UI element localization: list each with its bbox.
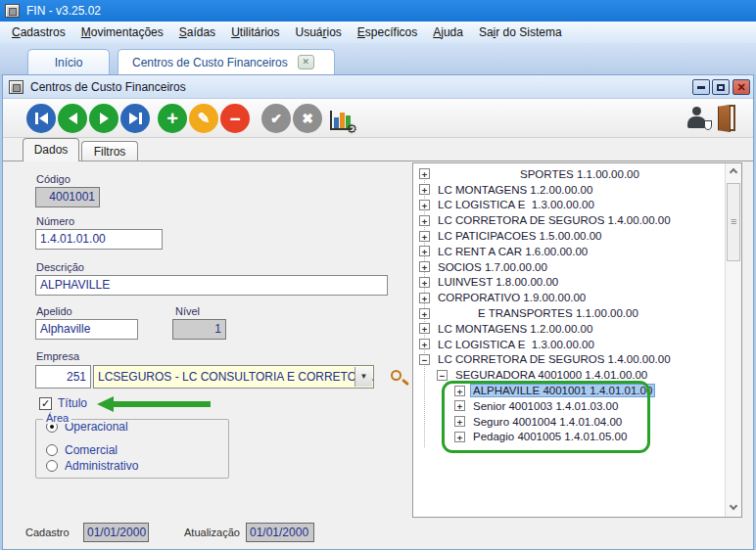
application-window: FIN - v3.25.02 Cadastros Movimentações S… — [0, 0, 756, 550]
titulo-checkbox-row[interactable]: ✓ Título — [39, 396, 87, 410]
area-option-label: Comercial — [65, 443, 118, 457]
tree-expand-icon[interactable]: + — [419, 184, 430, 195]
menu-item[interactable]: Sair do Sistema — [471, 23, 570, 41]
add-button[interactable]: + — [158, 104, 187, 133]
tab-centros-de-custo[interactable]: Centros de Custo Financeiros ✕ — [118, 49, 335, 74]
area-radio-option[interactable]: Comercial — [46, 443, 118, 457]
tree-item[interactable]: + CORPORATIVO 1.9.00.00.00 — [413, 290, 723, 305]
last-record-button[interactable] — [120, 104, 150, 133]
tree-item-label: LC RENT A CAR 1.6.00.00.00 — [436, 246, 590, 257]
numero-input[interactable]: 1.4.01.01.00 — [35, 229, 163, 250]
tree-item[interactable]: + Seguro 4001004 1.4.01.04.00 — [413, 414, 723, 430]
tree-item-label: LC MONTAGENS 1.2.00.00.00 — [436, 184, 594, 196]
area-radio-option[interactable]: Administrativo — [46, 459, 138, 473]
title-bar: FIN - v3.25.02 — [0, 0, 756, 22]
area-option-label: Administrativo — [65, 459, 138, 473]
tree-item[interactable]: − LC CORRETORA DE SEGUROS 1.4.00.00.00 — [413, 352, 723, 368]
tree-expand-icon[interactable]: + — [419, 308, 430, 319]
tree-expand-icon[interactable]: + — [419, 277, 430, 288]
minimize-button[interactable] — [692, 79, 710, 95]
tree-expand-icon[interactable]: + — [454, 432, 465, 442]
tree-expand-icon[interactable]: + — [419, 339, 430, 349]
tree-item[interactable]: + LC MONTAGENS 1.2.00.00.00 — [413, 182, 723, 198]
menu-item[interactable]: Saídas — [171, 23, 223, 41]
tree-expand-icon[interactable]: + — [419, 168, 430, 179]
menu-item[interactable]: Usuários — [287, 23, 349, 41]
tree-item[interactable]: + SPORTES 1.1.00.00.00 — [413, 166, 723, 182]
empresa-code-input[interactable]: 251 — [35, 365, 91, 389]
chevron-down-icon — [730, 502, 737, 510]
tree-item-label: E TRANSPORTES 1.1.00.00.00 — [476, 307, 640, 319]
first-record-button[interactable] — [26, 104, 56, 133]
tree-item[interactable]: + ALPHAVILLE 4001001 1.4.01.01.00 — [413, 383, 723, 398]
area-option-label: Operacional — [65, 420, 128, 434]
tree-item[interactable]: + LC RENT A CAR 1.6.00.00.00 — [413, 244, 723, 259]
tab-filtros[interactable]: Filtros — [81, 141, 138, 161]
edit-button[interactable]: ✎ — [189, 104, 218, 133]
menu-item[interactable]: Específicos — [350, 23, 425, 41]
confirm-button[interactable]: ✔ — [261, 104, 291, 133]
search-icon[interactable] — [389, 369, 410, 389]
tree-expand-icon[interactable]: − — [419, 354, 430, 365]
chart-report-button[interactable]: ⚙ — [328, 106, 355, 133]
tree-expand-icon[interactable]: + — [419, 246, 430, 256]
tree-expand-icon[interactable]: + — [419, 261, 430, 272]
menu-item[interactable]: Utilitários — [223, 23, 287, 41]
tree-item-label: Senior 4001003 1.4.01.03.00 — [471, 400, 620, 412]
radio-icon[interactable] — [46, 444, 58, 456]
apelido-input[interactable]: Alphaville — [35, 319, 138, 340]
menu-item[interactable]: Movimentações — [73, 23, 171, 41]
empresa-combobox[interactable]: LCSEGUROS - LC CONSULTORIA E CORRETORA D… — [93, 365, 374, 389]
tree-expand-icon[interactable]: + — [419, 200, 430, 210]
tree-expand-icon[interactable]: + — [454, 400, 465, 411]
tree-item[interactable]: + LC CORRETORA DE SEGUROS 1.4.00.00.00 — [413, 212, 723, 228]
tree-item-label: SEGURADORA 4001000 1.4.01.00.00 — [453, 369, 649, 381]
checkmark-icon: ✔ — [270, 111, 282, 126]
tree-item[interactable]: + Senior 4001003 1.4.01.03.00 — [413, 398, 723, 414]
tree-expand-icon[interactable]: + — [454, 416, 465, 427]
tree-item[interactable]: + Pedagio 4001005 1.4.01.05.00 — [413, 430, 723, 445]
tree-item[interactable]: + LC PATICIPACOES 1.5.00.00.00 — [413, 228, 723, 244]
radio-icon[interactable] — [46, 460, 58, 472]
tree-item[interactable]: + LUINVEST 1.8.00.00.00 — [413, 275, 723, 291]
tree-expand-icon[interactable]: + — [454, 386, 465, 396]
tree-expand-icon[interactable]: + — [419, 215, 430, 226]
tree-expand-icon[interactable]: + — [419, 231, 430, 242]
maximize-button[interactable] — [712, 79, 730, 95]
tab-dados[interactable]: Dados — [23, 138, 79, 161]
scroll-up-icon[interactable] — [726, 163, 742, 180]
cadastro-label: Cadastro — [25, 527, 70, 538]
descricao-input[interactable]: ALPHAVILLE — [35, 275, 388, 296]
menu-item[interactable]: Cadastros — [4, 23, 73, 41]
close-button[interactable]: ✕ — [732, 79, 750, 95]
cancel-button[interactable]: ✖ — [293, 104, 322, 133]
minimize-icon — [697, 86, 705, 89]
tree-item[interactable]: + LC LOGISTICA E 1.3.00.00.00 — [413, 198, 723, 213]
tree-expand-icon[interactable]: − — [437, 370, 448, 381]
titulo-checkbox[interactable]: ✓ — [39, 397, 52, 410]
tree-item-label: LC LOGISTICA E 1.3.00.00.00 — [436, 339, 596, 350]
next-record-button[interactable] — [89, 104, 118, 133]
delete-button[interactable]: − — [220, 104, 250, 133]
tree-item[interactable]: + LC LOGISTICA E 1.3.00.00.00 — [413, 337, 723, 352]
scrollbar-thumb[interactable] — [727, 183, 740, 261]
tree-expand-icon[interactable]: + — [419, 293, 430, 303]
exit-button[interactable] — [718, 105, 737, 132]
tree-item[interactable]: + E TRANSPORTES 1.1.00.00.00 — [413, 305, 723, 321]
tab-inicio[interactable]: Início — [27, 49, 110, 74]
previous-record-button[interactable] — [58, 104, 87, 133]
tree-item[interactable]: + SOCIOS 1.7.00.00.00 — [413, 259, 723, 275]
atualizacao-label: Atualização — [184, 527, 240, 538]
tree-item-label: LC LOGISTICA E 1.3.00.00.00 — [436, 199, 596, 210]
page-divider — [3, 160, 753, 161]
tree-scrollbar[interactable] — [725, 163, 741, 517]
tab-close-icon[interactable]: ✕ — [298, 55, 314, 69]
tree-item[interactable]: − SEGURADORA 4001000 1.4.01.00.00 — [413, 367, 723, 383]
menu-item[interactable]: Ajuda — [425, 23, 471, 41]
chevron-down-icon[interactable]: ▼ — [354, 367, 372, 387]
scroll-down-icon[interactable] — [726, 500, 742, 517]
user-permissions-button[interactable] — [686, 107, 712, 130]
tree-expand-icon[interactable]: + — [419, 323, 430, 334]
tree-item-label: SOCIOS 1.7.00.00.00 — [436, 261, 549, 273]
tree-item[interactable]: + LC MONTAGENS 1.2.00.00.00 — [413, 321, 723, 337]
